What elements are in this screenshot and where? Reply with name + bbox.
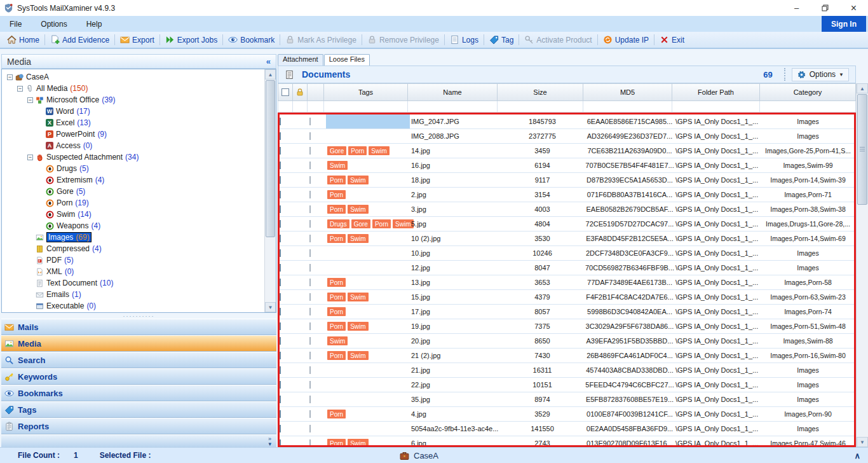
filter-cell[interactable] bbox=[324, 101, 408, 113]
tree-item-powerpoint[interactable]: PPowerPoint(9) bbox=[4, 128, 263, 140]
row-checkbox[interactable] bbox=[280, 118, 281, 125]
table-scrollbar-thumb[interactable] bbox=[857, 94, 867, 205]
sidebar-item-keywords[interactable]: Keywords bbox=[1, 368, 276, 385]
table-row[interactable]: PornSwim6.jpg2743013E902708D09F613F16...… bbox=[280, 436, 854, 447]
tab-loose-files[interactable]: Loose Files bbox=[324, 54, 370, 66]
row-checkbox[interactable] bbox=[280, 396, 281, 403]
table-row[interactable]: Porn13.jpg365377DAF73489E4AE6173B...\GPS… bbox=[280, 275, 854, 290]
column-header-category[interactable]: Category bbox=[760, 83, 856, 101]
table-row[interactable]: 35.jpg8974E5FB872837608BE57E19...\GPS IA… bbox=[280, 392, 854, 407]
add-evidence-button[interactable]: Add Evidence bbox=[46, 35, 114, 45]
exit-button[interactable]: Exit bbox=[655, 35, 689, 45]
row-checkbox[interactable] bbox=[280, 337, 281, 345]
tab-attachment[interactable]: Attachment bbox=[278, 54, 323, 66]
column-header[interactable] bbox=[278, 83, 293, 101]
filter-cell[interactable] bbox=[278, 101, 293, 113]
scroll-up-icon[interactable]: ▲ bbox=[857, 83, 868, 93]
sidebar-item-reports[interactable]: Reports bbox=[1, 418, 276, 434]
column-header-size[interactable]: Size bbox=[498, 83, 583, 101]
filter-cell[interactable] bbox=[760, 101, 856, 113]
scroll-up-icon[interactable]: ▲ bbox=[265, 69, 276, 79]
row-checkbox[interactable] bbox=[280, 191, 281, 198]
row-checkbox[interactable] bbox=[280, 205, 281, 213]
tree-item-images[interactable]: Images(69) bbox=[4, 232, 263, 243]
tree-item-access[interactable]: AAccess(0) bbox=[4, 140, 263, 151]
tree-item-drugs[interactable]: Drugs(5) bbox=[4, 163, 263, 174]
tree-item-porn[interactable]: Porn(19) bbox=[4, 197, 263, 209]
table-row[interactable]: PornSwim18.jpg9117D87B2939EC5A1A5653D...… bbox=[280, 173, 854, 188]
splitter-handle[interactable]: ·········· bbox=[1, 313, 276, 319]
tree-item-weapons[interactable]: Weapons(4) bbox=[4, 220, 263, 232]
column-header[interactable] bbox=[293, 83, 308, 101]
tree-item-suspected-attachment[interactable]: −Suspected Attachment(34) bbox=[4, 151, 263, 163]
table-row[interactable]: DrugsGorePornSwim5.jpg480472CE519D57D27D… bbox=[280, 217, 854, 232]
row-checkbox[interactable] bbox=[280, 264, 281, 272]
collapse-panel-icon[interactable]: « bbox=[266, 57, 271, 66]
table-row[interactable]: GorePornSwim14.jpg34597CE63B211A2639A09D… bbox=[280, 144, 854, 158]
tag-button[interactable]: Tag bbox=[485, 35, 518, 45]
row-checkbox[interactable] bbox=[280, 132, 281, 140]
row-checkbox[interactable] bbox=[280, 410, 281, 418]
tree-item-text-document[interactable]: Text Document(10) bbox=[4, 277, 263, 289]
scroll-down-icon[interactable]: ▼ bbox=[265, 302, 276, 312]
update-ip-button[interactable]: Update IP bbox=[599, 35, 653, 45]
row-checkbox[interactable] bbox=[280, 279, 281, 286]
column-header-folder-path[interactable]: Folder Path bbox=[672, 83, 760, 101]
row-checkbox[interactable] bbox=[280, 162, 281, 169]
column-header[interactable] bbox=[308, 83, 324, 101]
table-row[interactable]: 10.jpg102462DCF7348D3CE0FA3CF9...\GPS IA… bbox=[280, 246, 854, 261]
filter-cell[interactable] bbox=[672, 101, 760, 113]
table-row[interactable]: PornSwim21 (2).jpg743026B4869FCA461ADF0C… bbox=[280, 349, 854, 363]
table-row[interactable]: PornSwim10 (2).jpg3530E3FA8DD45F2B12C5E5… bbox=[280, 232, 854, 246]
filter-cell[interactable] bbox=[293, 101, 308, 113]
collapse-up-icon[interactable]: ∧ bbox=[854, 451, 860, 460]
row-checkbox[interactable] bbox=[280, 308, 281, 315]
tree-item-all-media[interactable]: −All Media(150) bbox=[4, 83, 263, 94]
filter-cell[interactable] bbox=[583, 101, 672, 113]
table-scrollbar[interactable]: ▲ ▼ bbox=[856, 83, 868, 447]
table-row[interactable]: Porn4.jpg35290100E874F0039B1241CF...\GPS… bbox=[280, 407, 854, 422]
table-row[interactable]: PornSwim19.jpg73753C3029A29F5F6738DA86..… bbox=[280, 319, 854, 334]
tree-expander-icon[interactable]: − bbox=[27, 97, 33, 103]
select-all-checkbox[interactable] bbox=[281, 88, 289, 96]
table-row[interactable]: Swim20.jpg8650A39EFA2951F5BD35BBD...\GPS… bbox=[280, 334, 854, 349]
table-row[interactable]: 12.jpg804770CD569827B6346FBF9B...\GPS IA… bbox=[280, 261, 854, 275]
options-button[interactable]: Options ▼ bbox=[792, 68, 849, 81]
tree-item-emails[interactable]: Emails(1) bbox=[4, 289, 263, 300]
close-icon[interactable]: × bbox=[839, 0, 868, 16]
filter-cell[interactable] bbox=[308, 101, 324, 113]
sidebar-item-mails[interactable]: Mails bbox=[1, 319, 276, 335]
sign-in-button[interactable]: Sign In bbox=[822, 16, 866, 32]
restore-icon[interactable] bbox=[811, 0, 839, 16]
row-checkbox[interactable] bbox=[280, 366, 281, 374]
export-button[interactable]: Export bbox=[116, 35, 159, 45]
nav-overflow-button[interactable]: » ▾ bbox=[1, 434, 276, 447]
table-row[interactable]: 5054aa2c-9fb4-11e3-ac4e...1415500E2AA0D5… bbox=[280, 422, 854, 436]
logs-button[interactable]: Logs bbox=[445, 35, 483, 45]
tree-item-microsoft-office[interactable]: −Microsoft Office(39) bbox=[4, 94, 263, 106]
row-checkbox[interactable] bbox=[280, 425, 281, 432]
sidebar-item-media[interactable]: Media bbox=[1, 335, 276, 352]
table-row[interactable]: 21.jpg163114574403A8CBAD338DBD...\GPS IA… bbox=[280, 363, 854, 378]
menu-item-file[interactable]: File bbox=[0, 16, 31, 32]
row-checkbox[interactable] bbox=[280, 249, 281, 257]
table-row[interactable]: PornSwim3.jpg4003EAEB0582B2679DCB5AF...\… bbox=[280, 202, 854, 217]
menu-item-help[interactable]: Help bbox=[77, 16, 112, 32]
row-checkbox[interactable] bbox=[280, 322, 281, 330]
tree-expander-icon[interactable]: − bbox=[7, 74, 13, 80]
row-checkbox[interactable] bbox=[280, 220, 281, 228]
export-jobs-button[interactable]: Export Jobs bbox=[161, 35, 222, 45]
tree-item-extremism[interactable]: Extremism(4) bbox=[4, 174, 263, 186]
table-row[interactable]: IMG_2088.JPG2372775AD3266499E236D37ED7..… bbox=[280, 129, 854, 144]
row-checkbox[interactable] bbox=[280, 235, 281, 242]
row-checkbox[interactable] bbox=[280, 439, 281, 447]
row-checkbox[interactable] bbox=[280, 147, 281, 155]
menu-item-options[interactable]: Options bbox=[31, 16, 76, 32]
row-checkbox[interactable] bbox=[280, 293, 281, 301]
column-header-md5[interactable]: MD5 bbox=[583, 83, 672, 101]
tree-item-executable[interactable]: Executable(0) bbox=[4, 300, 263, 312]
bookmark-button[interactable]: Bookmark bbox=[224, 35, 279, 45]
tree-expander-icon[interactable]: − bbox=[17, 86, 23, 92]
tree-item-word[interactable]: WWord(17) bbox=[4, 106, 263, 117]
filter-cell[interactable] bbox=[498, 101, 583, 113]
